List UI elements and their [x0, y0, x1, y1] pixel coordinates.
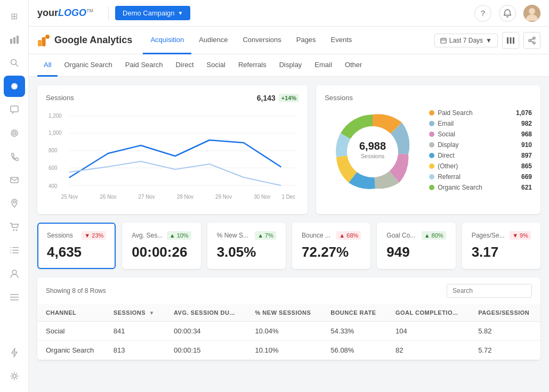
- logo: yourLOGOTM: [37, 7, 93, 19]
- svg-rect-2: [17, 36, 19, 44]
- cell-avg: 00:00:34: [165, 322, 247, 341]
- legend-other: (Other) 865: [429, 162, 532, 170]
- svg-text:26 Nov: 26 Nov: [100, 194, 116, 200]
- donut-content: 6,988 Sessions Paid Search 1,076 Email: [325, 104, 532, 200]
- col-goal: GOAL COMPLETIO...: [387, 304, 470, 322]
- svg-point-30: [45, 35, 50, 39]
- sub-tab-social[interactable]: Social: [200, 54, 232, 77]
- kpi-new-value: 3.05%: [217, 244, 276, 260]
- svg-rect-11: [11, 177, 18, 183]
- sub-tab-display[interactable]: Display: [273, 54, 309, 77]
- sidebar-search[interactable]: [4, 52, 25, 74]
- share-button[interactable]: [523, 32, 540, 49]
- sidebar-bolt[interactable]: [4, 342, 25, 363]
- kpi-sessions-value: 4,635: [47, 244, 106, 260]
- sidebar-analytics[interactable]: [4, 29, 25, 50]
- legend-display: Display 910: [429, 141, 532, 149]
- sidebar-mail[interactable]: [4, 169, 25, 191]
- svg-line-4: [15, 64, 18, 67]
- table-row: Social 841 00:00:34 10.04% 54.33% 104 5.…: [37, 322, 540, 341]
- table-search-input[interactable]: [447, 284, 532, 298]
- cell-sessions: 841: [105, 322, 165, 341]
- kpi-goal-header: Goal Co... ▲ 80%: [386, 231, 446, 240]
- kpi-pages[interactable]: Pages/Se... ▼ 9% 3.17: [462, 223, 540, 269]
- kpi-sessions[interactable]: Sessions ▼ 23% 4,635: [37, 223, 116, 269]
- sub-tab-all[interactable]: All: [37, 54, 58, 77]
- analytics-title: Google Analytics: [37, 34, 132, 47]
- sub-tab-email[interactable]: Email: [308, 54, 338, 77]
- tab-events[interactable]: Events: [324, 27, 360, 54]
- legend-dot: [429, 174, 434, 179]
- kpi-avg-session[interactable]: Avg. Ses... ▲ 10% 00:00:26: [122, 223, 200, 269]
- sidebar-location[interactable]: [4, 193, 25, 214]
- kpi-bounce[interactable]: Bounce ... ▲ 68% 72.27%: [292, 223, 370, 269]
- kpi-goal[interactable]: Goal Co... ▲ 80% 949: [377, 223, 455, 269]
- cell-goal: 82: [387, 341, 470, 360]
- charts-row: Sessions 6,143 +14% 1,200 1,000 800 600 …: [37, 85, 540, 214]
- sidebar-active[interactable]: [4, 76, 25, 97]
- sidebar-target[interactable]: [4, 123, 25, 144]
- sub-tab-referrals[interactable]: Referrals: [232, 54, 273, 77]
- kpi-sessions-header: Sessions ▼ 23%: [47, 231, 106, 240]
- svg-point-40: [529, 39, 531, 42]
- sidebar-cart[interactable]: [4, 216, 25, 238]
- col-sessions[interactable]: SESSIONS ▼: [105, 304, 165, 322]
- svg-rect-31: [441, 38, 446, 43]
- dropdown-arrow-icon: ▼: [178, 10, 183, 16]
- svg-rect-35: [507, 37, 508, 44]
- avatar[interactable]: [523, 5, 540, 22]
- svg-rect-17: [12, 252, 19, 254]
- svg-point-27: [529, 8, 535, 14]
- sidebar-tasks[interactable]: [4, 287, 25, 308]
- sidebar-chat[interactable]: [4, 99, 25, 120]
- svg-point-14: [15, 230, 17, 231]
- svg-rect-20: [10, 252, 11, 254]
- sidebar-user[interactable]: [4, 263, 25, 284]
- kpi-row: Sessions ▼ 23% 4,635 Avg. Ses... ▲ 10% 0…: [37, 223, 540, 269]
- sidebar-phone[interactable]: [4, 146, 25, 167]
- sub-tab-organic[interactable]: Organic Search: [58, 54, 118, 77]
- sidebar-home[interactable]: ⊞: [4, 5, 25, 27]
- cell-avg: 00:00:15: [165, 341, 247, 360]
- kpi-pages-header: Pages/Se... ▼ 9%: [472, 231, 531, 240]
- legend-dot: [429, 142, 434, 148]
- sidebar-list[interactable]: [4, 240, 25, 261]
- legend-referral: Referral 669: [429, 173, 532, 181]
- svg-rect-16: [12, 250, 19, 251]
- kpi-bounce-badge: ▲ 68%: [336, 231, 361, 240]
- svg-text:Sessions: Sessions: [361, 153, 385, 159]
- tab-conversions[interactable]: Conversions: [235, 27, 288, 54]
- sidebar-settings[interactable]: [4, 365, 25, 387]
- donut-legend: Paid Search 1,076 Email 982 Social 968: [429, 109, 532, 194]
- cell-channel: Organic Search: [37, 341, 105, 360]
- tab-acquisition[interactable]: Acquisition: [143, 27, 191, 54]
- svg-rect-28: [38, 40, 42, 46]
- col-channel: CHANNEL: [37, 304, 105, 322]
- legend-dot: [429, 153, 434, 158]
- kpi-avg-value: 00:00:26: [132, 244, 191, 260]
- kpi-new-sessions[interactable]: % New S... ▲ 7% 3.05%: [207, 223, 286, 269]
- date-range-button[interactable]: Last 7 Days ▼: [434, 34, 498, 47]
- notification-button[interactable]: [499, 5, 516, 22]
- svg-point-10: [14, 133, 15, 134]
- help-button[interactable]: ?: [474, 5, 491, 22]
- tab-pages[interactable]: Pages: [289, 27, 324, 54]
- col-avg-session: AVG. SESSION DU...: [165, 304, 247, 322]
- svg-rect-19: [10, 250, 11, 251]
- sessions-chart-header: Sessions 6,143 +14%: [46, 94, 299, 104]
- campaign-button[interactable]: Demo Campaign ▼: [115, 6, 190, 20]
- sessions-line-chart-card: Sessions 6,143 +14% 1,200 1,000 800 600 …: [37, 85, 308, 214]
- table-header-row: CHANNEL SESSIONS ▼ AVG. SESSION DU... % …: [37, 304, 540, 322]
- sub-tab-other[interactable]: Other: [338, 54, 369, 77]
- kpi-new-header: % New S... ▲ 7%: [217, 231, 276, 240]
- svg-rect-15: [12, 247, 19, 248]
- analytics-header: Google Analytics Acquisition Audience Co…: [29, 27, 549, 54]
- columns-button[interactable]: [502, 32, 519, 49]
- svg-rect-0: [10, 39, 12, 44]
- sidebar: ⊞: [0, 0, 29, 392]
- sub-tab-paid[interactable]: Paid Search: [119, 54, 169, 77]
- tab-audience[interactable]: Audience: [191, 27, 235, 54]
- date-dropdown-icon: ▼: [486, 37, 492, 44]
- svg-rect-29: [42, 37, 46, 46]
- sub-tab-direct[interactable]: Direct: [169, 54, 200, 77]
